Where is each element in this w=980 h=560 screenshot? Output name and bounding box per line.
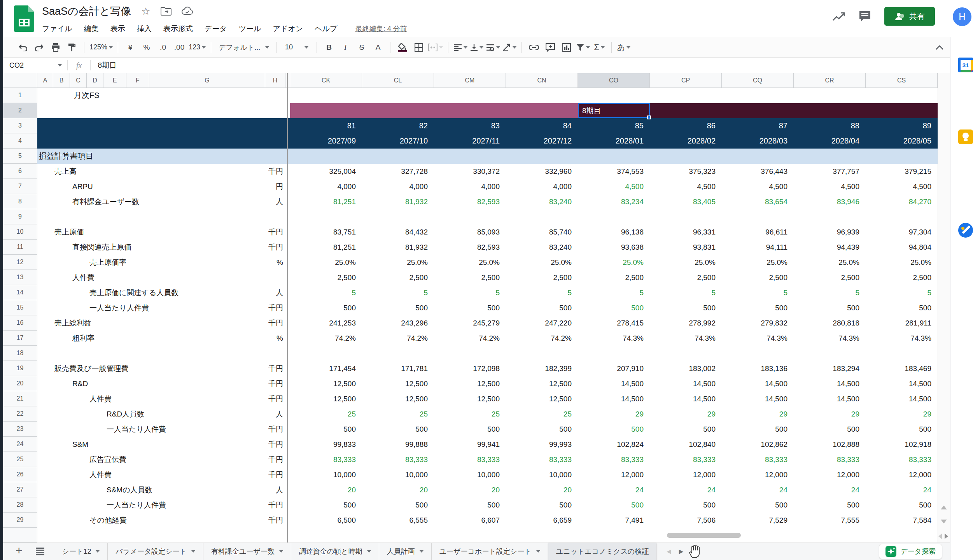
- cell-CP26[interactable]: 12,000: [650, 467, 716, 482]
- row-label-25[interactable]: 広告宣伝費: [89, 452, 126, 467]
- cell-CL28[interactable]: 500: [362, 497, 428, 513]
- all-sheets-button[interactable]: [32, 548, 54, 555]
- cell-CL23[interactable]: 500: [362, 422, 428, 437]
- row-label-21[interactable]: 人件費: [89, 391, 112, 406]
- cell-CS12[interactable]: 25.0%: [866, 255, 931, 270]
- cell-CL6[interactable]: 327,728: [362, 164, 428, 179]
- cell-CO24[interactable]: 102,824: [578, 437, 644, 452]
- cell-CP13[interactable]: 2,500: [650, 270, 716, 285]
- row-header-2[interactable]: 2: [3, 103, 37, 118]
- column-header-G[interactable]: G: [149, 73, 265, 88]
- row-label-8[interactable]: 有料課金ユーザー数: [72, 194, 139, 209]
- row-header-20[interactable]: 20: [3, 376, 37, 391]
- column-header-CO[interactable]: CO: [578, 73, 650, 88]
- cell-CP24[interactable]: 102,840: [650, 437, 716, 452]
- cell-CL21[interactable]: 12,500: [362, 391, 428, 406]
- cell-CR21[interactable]: 14,500: [794, 391, 859, 406]
- row-header-12[interactable]: 12: [3, 255, 37, 270]
- row-unit-16[interactable]: 千円: [244, 315, 283, 331]
- cell-CM29[interactable]: 6,607: [434, 513, 500, 528]
- row-header-3[interactable]: 3: [3, 118, 37, 133]
- cell-CQ29[interactable]: 7,529: [722, 513, 788, 528]
- cell-CR13[interactable]: 2,500: [794, 270, 859, 285]
- cell-CO26[interactable]: 12,000: [578, 467, 644, 482]
- cell-row1-label[interactable]: 月次FS: [74, 88, 100, 103]
- cell-CO7[interactable]: 4,500: [578, 179, 644, 194]
- cell-CN10[interactable]: 85,740: [506, 224, 572, 240]
- cell-CN11[interactable]: 83,240: [506, 240, 572, 255]
- row-unit-28[interactable]: 千円: [244, 497, 283, 513]
- cell-CN24[interactable]: 99,993: [506, 437, 572, 452]
- cell-CK19[interactable]: 171,454: [290, 361, 356, 376]
- row-label-24[interactable]: S&M: [72, 437, 88, 452]
- cell-CK22[interactable]: 25: [290, 406, 356, 422]
- cell-CR22[interactable]: 29: [794, 406, 859, 422]
- cell-CS14[interactable]: 5: [866, 285, 931, 300]
- cell-CR19[interactable]: 183,294: [794, 361, 859, 376]
- period7-band[interactable]: [290, 103, 578, 118]
- row-label-14[interactable]: 売上原価に関連する人員数: [89, 285, 178, 300]
- cell-CL10[interactable]: 84,432: [362, 224, 428, 240]
- cell-CN22[interactable]: 25: [506, 406, 572, 422]
- row-label-27[interactable]: S&Mの人員数: [107, 482, 152, 497]
- cell-CO22[interactable]: 29: [578, 406, 644, 422]
- row-header-18[interactable]: 18: [3, 346, 37, 361]
- cell-CR6[interactable]: 377,757: [794, 164, 859, 179]
- cell-CK24[interactable]: 99,833: [290, 437, 356, 452]
- cell-CS20[interactable]: 14,500: [866, 376, 931, 391]
- cell-CP14[interactable]: 5: [650, 285, 716, 300]
- cell-CM25[interactable]: 83,333: [434, 452, 500, 467]
- row-header-11[interactable]: 11: [3, 240, 37, 255]
- row-label-7[interactable]: ARPU: [72, 179, 93, 194]
- column-header-CM[interactable]: CM: [434, 73, 506, 88]
- cell-CR26[interactable]: 12,000: [794, 467, 859, 482]
- scroll-right-icon[interactable]: [945, 534, 948, 539]
- row-unit-14[interactable]: 人: [244, 285, 283, 300]
- row-label-6[interactable]: 売上高: [54, 164, 77, 179]
- period-date-cell[interactable]: 2027/12: [506, 133, 572, 149]
- cell-CR28[interactable]: 500: [794, 497, 859, 513]
- cell-CO14[interactable]: 5: [578, 285, 644, 300]
- cell-CQ27[interactable]: 24: [722, 482, 788, 497]
- row-label-10[interactable]: 売上原価: [54, 224, 84, 240]
- cell-CK29[interactable]: 6,500: [290, 513, 356, 528]
- cell-CS17[interactable]: 74.3%: [866, 331, 931, 346]
- tab-scroll-left-icon[interactable]: ◀: [656, 548, 675, 555]
- cell-CK6[interactable]: 325,004: [290, 164, 356, 179]
- cell-CP11[interactable]: 93,831: [650, 240, 716, 255]
- row-label-20[interactable]: R&D: [72, 376, 88, 391]
- cell-CQ12[interactable]: 25.0%: [722, 255, 788, 270]
- cell-CR24[interactable]: 102,888: [794, 437, 859, 452]
- row-header-5[interactable]: 5: [3, 149, 37, 164]
- cell-CR7[interactable]: 4,500: [794, 179, 859, 194]
- row-label-22[interactable]: R&D人員数: [107, 406, 144, 422]
- cell-CS29[interactable]: 7,584: [866, 513, 931, 528]
- data-explore-button[interactable]: データ探索: [879, 544, 942, 559]
- cell-CL11[interactable]: 81,932: [362, 240, 428, 255]
- cell-CO25[interactable]: 83,333: [578, 452, 644, 467]
- period-number-cell[interactable]: 86: [650, 118, 716, 133]
- cell-CS25[interactable]: 83,333: [866, 452, 931, 467]
- cell-CP17[interactable]: 74.3%: [650, 331, 716, 346]
- cell-CR29[interactable]: 7,555: [794, 513, 859, 528]
- cell-CK17[interactable]: 74.2%: [290, 331, 356, 346]
- cell-CS6[interactable]: 379,215: [866, 164, 931, 179]
- cell-CR8[interactable]: 83,946: [794, 194, 859, 209]
- cell-CK20[interactable]: 12,500: [290, 376, 356, 391]
- cell-CL26[interactable]: 10,000: [362, 467, 428, 482]
- row-unit-27[interactable]: 人: [244, 482, 283, 497]
- row-header-10[interactable]: 10: [3, 224, 37, 240]
- row-header-9[interactable]: 9: [3, 209, 37, 224]
- row-unit-17[interactable]: %: [244, 331, 283, 346]
- cell-CK14[interactable]: 5: [290, 285, 356, 300]
- cell-CQ26[interactable]: 12,000: [722, 467, 788, 482]
- cell-CM20[interactable]: 12,500: [434, 376, 500, 391]
- period-number-cell[interactable]: 83: [434, 118, 500, 133]
- column-header-CP[interactable]: CP: [650, 73, 722, 88]
- cell-CR16[interactable]: 280,818: [794, 315, 859, 331]
- column-header-B[interactable]: B: [53, 73, 70, 88]
- row-header-25[interactable]: 25: [3, 452, 37, 467]
- cell-CQ21[interactable]: 14,500: [722, 391, 788, 406]
- row-header-4[interactable]: 4: [3, 133, 37, 149]
- cell-CO19[interactable]: 207,910: [578, 361, 644, 376]
